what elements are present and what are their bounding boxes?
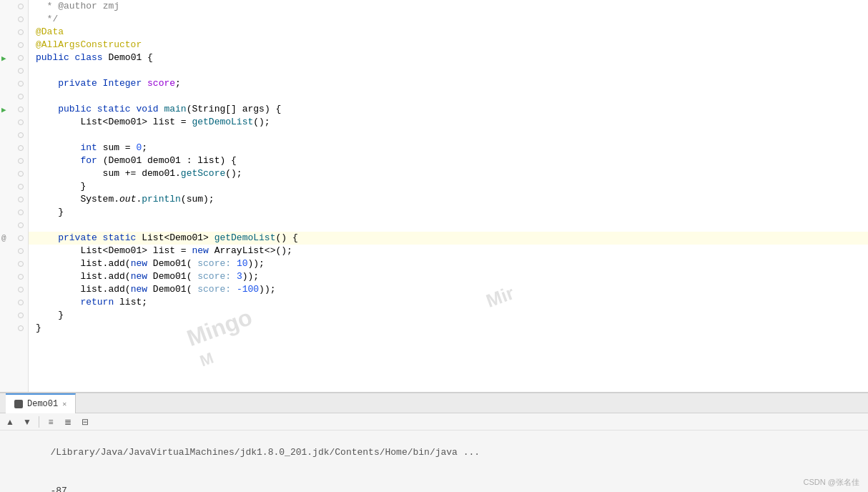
breakpoint-3[interactable] [18, 29, 24, 35]
code-line-8 [29, 90, 868, 103]
csdn-credit: CSDN @张名佳 [804, 477, 859, 488]
gutter-line-22 [0, 270, 28, 283]
breakpoint-10[interactable] [18, 119, 24, 125]
code-line-7: private Integer score; [29, 77, 868, 90]
console-path: /Library/Java/JavaVirtualMachines/jdk1.8… [50, 447, 480, 458]
code-line-21: list.add(new Demo01( score: 10)); [29, 257, 868, 270]
code-line-18 [29, 219, 868, 232]
code-line-10: List<Demo01> list = getDemoList(); [29, 116, 868, 129]
code-editor[interactable]: * @author zmj */ @Data @AllArgsConstruct… [29, 0, 868, 392]
breakpoint-17[interactable] [18, 210, 24, 215]
gutter-line-15 [0, 180, 28, 193]
breakpoint-22[interactable] [18, 274, 24, 280]
breakpoint-6[interactable] [18, 68, 24, 74]
breakpoint-8[interactable] [18, 94, 24, 99]
breakpoint-12[interactable] [18, 145, 24, 151]
gutter-line-20 [0, 245, 28, 257]
breakpoint-7[interactable] [18, 81, 24, 87]
breakpoint-19[interactable] [18, 235, 24, 241]
gutter-line-17 [0, 206, 28, 219]
code-line-24: return list; [29, 296, 868, 309]
breakpoint-13[interactable] [18, 158, 24, 164]
console-line-2: -87 [6, 472, 862, 492]
breakpoint-25[interactable] [18, 313, 24, 318]
gutter-line-2 [0, 13, 28, 26]
panel-tab-label: Demo01 [27, 399, 58, 409]
gutter-line-12 [0, 142, 28, 154]
at-symbol-19: @ [1, 234, 6, 242]
panel-tabs: Demo01 ✕ [0, 393, 868, 413]
code-line-26: } [29, 322, 868, 335]
breakpoint-11[interactable] [18, 132, 24, 138]
run-arrow-5[interactable]: ▶ [1, 54, 6, 63]
gutter-line-26 [0, 322, 28, 335]
code-line-23: list.add(new Demo01( score: -100)); [29, 283, 868, 296]
gutter-line-11 [0, 129, 28, 142]
wrap-button[interactable]: ≣ [61, 415, 75, 429]
breakpoint-24[interactable] [18, 300, 24, 305]
tab-icon-console [14, 400, 23, 408]
line-gutter: ▶ ▶ [0, 0, 29, 392]
code-line-6 [29, 64, 868, 77]
gutter-line-10 [0, 116, 28, 129]
collapse-button[interactable]: ⊟ [78, 415, 92, 429]
run-arrow-9[interactable]: ▶ [1, 105, 6, 114]
tab-close-button[interactable]: ✕ [62, 400, 66, 408]
code-line-22: list.add(new Demo01( score: 3)); [29, 270, 868, 283]
breakpoint-15[interactable] [18, 184, 24, 190]
panel-tab-demo01[interactable]: Demo01 ✕ [6, 393, 76, 413]
breakpoint-14[interactable] [18, 171, 24, 177]
code-line-17: } [29, 206, 868, 219]
bottom-panel: Demo01 ✕ ▲ ▼ ≡ ≣ ⊟ /Library/Java/JavaVir… [0, 392, 868, 492]
toolbar-separator-1 [39, 416, 39, 428]
breakpoint-20[interactable] [18, 248, 24, 254]
breakpoint-2[interactable] [18, 16, 24, 22]
panel-toolbar: ▲ ▼ ≡ ≣ ⊟ [0, 413, 868, 431]
breakpoint-9[interactable] [18, 107, 24, 112]
breakpoint-16[interactable] [18, 197, 24, 202]
breakpoint-21[interactable] [18, 261, 24, 267]
breakpoint-23[interactable] [18, 287, 24, 292]
scroll-down-button[interactable]: ▼ [20, 415, 34, 429]
code-line-3: @Data [29, 26, 868, 39]
gutter-line-16 [0, 193, 28, 206]
code-line-5: public class Demo01 { [29, 51, 868, 64]
gutter-line-9: ▶ [0, 103, 28, 116]
code-line-15: } [29, 180, 868, 193]
gutter-line-5: ▶ [0, 51, 28, 64]
code-line-4: @AllArgsConstructor [29, 39, 868, 51]
format-button[interactable]: ≡ [44, 415, 58, 429]
code-line-blank [29, 335, 868, 392]
gutter-line-13 [0, 154, 28, 167]
code-line-16: System.out.println(sum); [29, 193, 868, 206]
gutter-line-1 [0, 0, 28, 13]
breakpoint-18[interactable] [18, 222, 24, 228]
gutter-line-7 [0, 77, 28, 90]
code-line-13: for (Demo01 demo01 : list) { [29, 154, 868, 167]
gutter-line-24 [0, 296, 28, 309]
console-line-1: /Library/Java/JavaVirtualMachines/jdk1.8… [6, 433, 862, 472]
breakpoint-26[interactable] [18, 325, 24, 331]
gutter-line-3 [0, 26, 28, 39]
gutter-line-23 [0, 283, 28, 296]
scroll-up-button[interactable]: ▲ [3, 415, 17, 429]
breakpoint-5[interactable] [18, 55, 24, 61]
code-line-19: private static List<Demo01> getDemoList(… [29, 232, 868, 245]
breakpoint-4[interactable] [18, 42, 24, 48]
code-line-14: sum += demo01.getScore(); [29, 167, 868, 180]
gutter-line-21 [0, 257, 28, 270]
gutter-line-4 [0, 39, 28, 51]
console-result: -87 [50, 486, 66, 492]
code-line-1: * @author zmj [29, 0, 868, 13]
code-line-25: } [29, 309, 868, 322]
breakpoint-1[interactable] [18, 4, 24, 9]
gutter-line-6 [0, 64, 28, 77]
gutter-line-8 [0, 90, 28, 103]
gutter-line-18 [0, 219, 28, 232]
gutter-line-14 [0, 167, 28, 180]
gutter-line-25 [0, 309, 28, 322]
console-output: /Library/Java/JavaVirtualMachines/jdk1.8… [0, 431, 868, 492]
gutter-line-19: @ [0, 232, 28, 245]
code-line-2: */ [29, 13, 868, 26]
code-line-20: List<Demo01> list = new ArrayList<>(); [29, 245, 868, 257]
